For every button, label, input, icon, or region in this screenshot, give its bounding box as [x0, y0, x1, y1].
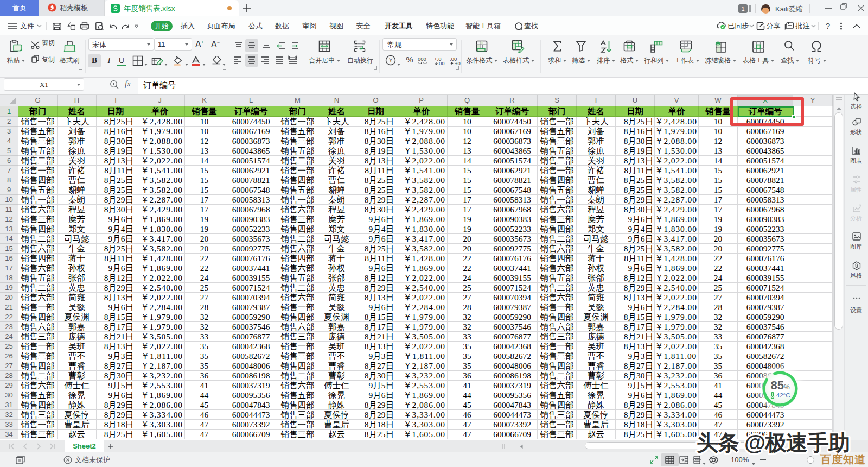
svg-text:000: 000	[418, 56, 426, 62]
svg-text:+0: +0	[455, 60, 461, 66]
svg-text:00: 00	[439, 60, 445, 66]
svg-text:￥: ￥	[388, 57, 394, 64]
svg-text:头条 @极速手助: 头条 @极速手助	[697, 431, 850, 455]
